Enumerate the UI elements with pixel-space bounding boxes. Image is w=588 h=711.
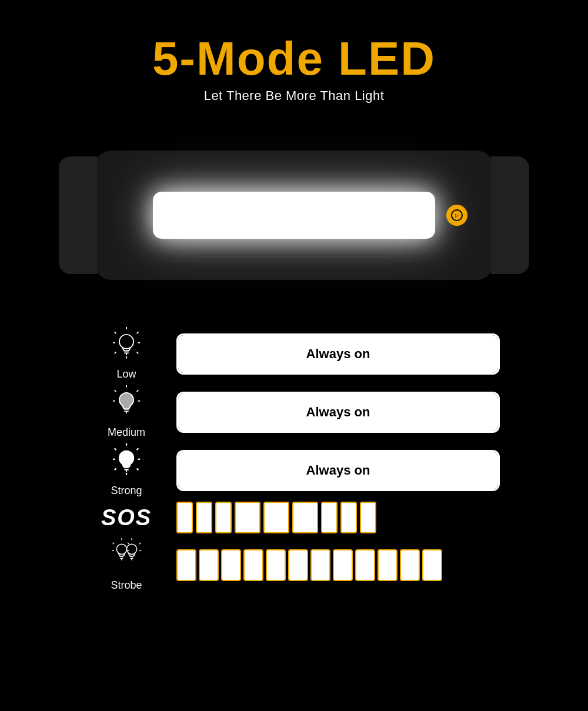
page-title: 5-Mode LED bbox=[152, 35, 436, 82]
sos-bar-container bbox=[176, 502, 500, 533]
mode-row-low: Low Always on bbox=[88, 327, 500, 380]
mode-label-strong: Strong bbox=[111, 485, 142, 497]
svg-line-2 bbox=[114, 332, 116, 333]
mode-bar-text-low: Always on bbox=[178, 335, 498, 373]
strobe-block bbox=[176, 549, 196, 581]
strobe-block bbox=[355, 549, 375, 581]
mode-icon-col-medium: Medium bbox=[88, 385, 165, 439]
svg-line-36 bbox=[128, 543, 129, 545]
strong-bulb-icon bbox=[111, 443, 143, 481]
svg-line-27 bbox=[114, 468, 116, 470]
svg-line-6 bbox=[114, 352, 116, 353]
strobe-bulb-icon bbox=[111, 538, 143, 576]
svg-line-7 bbox=[136, 352, 138, 353]
header: 5-Mode LED Let There Be More Than Light bbox=[152, 35, 436, 104]
mode-label-low: Low bbox=[116, 368, 136, 380]
mode-icon-col-sos: SOS bbox=[88, 505, 165, 530]
sos-label: SOS bbox=[101, 505, 152, 530]
mode-icon-col-low: Low bbox=[88, 327, 165, 380]
strobe-block bbox=[199, 549, 219, 581]
strobe-block bbox=[310, 549, 330, 581]
svg-line-35 bbox=[112, 543, 114, 545]
svg-line-23 bbox=[114, 448, 116, 450]
page-subtitle: Let There Be More Than Light bbox=[152, 88, 436, 104]
mode-bar-text-medium: Always on bbox=[178, 393, 498, 431]
svg-line-24 bbox=[136, 448, 138, 450]
sos-block bbox=[340, 502, 357, 533]
svg-point-17 bbox=[119, 393, 133, 407]
svg-point-41 bbox=[116, 544, 126, 554]
svg-line-3 bbox=[136, 332, 138, 333]
mode-row-strong: Strong Always on bbox=[88, 443, 500, 497]
svg-line-14 bbox=[136, 390, 138, 392]
svg-point-29 bbox=[119, 451, 133, 465]
sos-block bbox=[321, 502, 338, 533]
mode-row-medium: Medium Always on bbox=[88, 385, 500, 439]
mode-label-medium: Medium bbox=[108, 426, 145, 439]
strobe-block bbox=[377, 549, 397, 581]
mode-bar-text-strong: Always on bbox=[178, 452, 498, 489]
sos-block bbox=[235, 502, 260, 533]
device-section bbox=[0, 121, 588, 309]
mode-bar-low: Always on bbox=[176, 333, 500, 375]
mode-row-strobe: Strobe bbox=[88, 538, 500, 592]
mode-bar-strong: Always on bbox=[176, 450, 500, 491]
strobe-block bbox=[333, 549, 353, 581]
strobe-block bbox=[243, 549, 263, 581]
mode-bar-medium: Always on bbox=[176, 392, 500, 433]
strobe-block bbox=[422, 549, 442, 581]
strobe-bar-container bbox=[176, 549, 500, 581]
svg-line-13 bbox=[114, 390, 116, 392]
sos-block bbox=[263, 502, 289, 533]
strobe-block bbox=[221, 549, 241, 581]
mode-icon-col-strobe: Strobe bbox=[88, 538, 165, 592]
low-bulb-icon bbox=[111, 327, 143, 365]
svg-line-28 bbox=[136, 468, 138, 470]
led-indicator-inner bbox=[451, 209, 463, 221]
page-wrapper: 5-Mode LED Let There Be More Than Light bbox=[0, 0, 588, 711]
sos-block bbox=[360, 502, 376, 533]
mode-icon-col-strong: Strong bbox=[88, 443, 165, 497]
sos-block bbox=[292, 502, 318, 533]
svg-point-45 bbox=[126, 544, 136, 554]
modes-section: Low Always on bbox=[0, 327, 588, 596]
mode-row-sos: SOS bbox=[88, 502, 500, 533]
strobe-block bbox=[266, 549, 286, 581]
svg-line-37 bbox=[139, 543, 141, 545]
led-bar bbox=[153, 192, 435, 239]
sos-block bbox=[196, 502, 212, 533]
mode-label-strobe: Strobe bbox=[111, 579, 142, 592]
led-indicator bbox=[446, 205, 467, 226]
sos-block bbox=[176, 502, 193, 533]
strobe-block bbox=[400, 549, 420, 581]
svg-point-8 bbox=[119, 335, 133, 349]
strobe-block bbox=[288, 549, 308, 581]
medium-bulb-icon bbox=[111, 385, 143, 423]
device-body bbox=[94, 151, 494, 280]
sos-block bbox=[215, 502, 232, 533]
